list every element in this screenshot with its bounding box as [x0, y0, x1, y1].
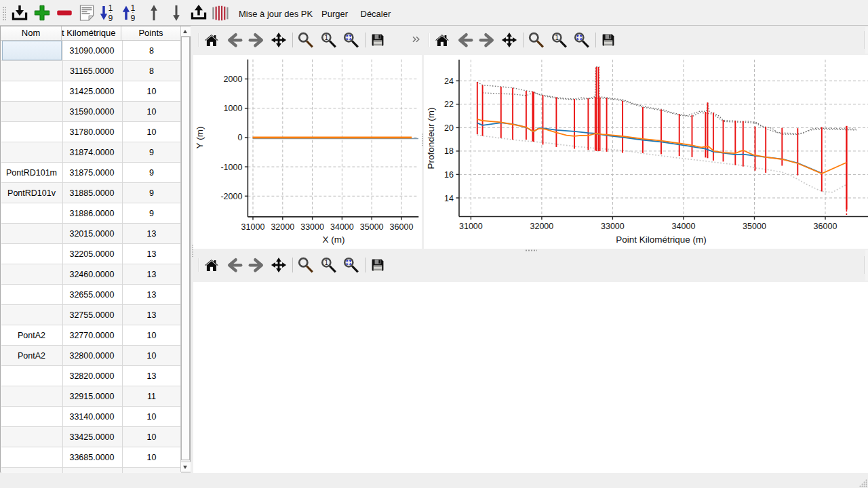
svg-text:32000: 32000	[530, 222, 554, 231]
svg-text:14: 14	[444, 194, 454, 203]
svg-text:Point Kilométrique (m): Point Kilométrique (m)	[616, 235, 707, 245]
svg-text:35000: 35000	[743, 222, 766, 231]
svg-text:33000: 33000	[601, 222, 625, 231]
svg-text:31000: 31000	[241, 222, 265, 232]
svg-text:-1000: -1000	[220, 163, 242, 172]
svg-text:22: 22	[444, 100, 454, 109]
svg-text:Profondeur (m): Profondeur (m)	[426, 108, 436, 169]
svg-text:16: 16	[444, 170, 454, 180]
svg-text:24: 24	[444, 77, 454, 86]
svg-text:-2000: -2000	[220, 192, 242, 201]
svg-text:36000: 36000	[390, 222, 414, 232]
svg-text:20: 20	[444, 123, 454, 133]
svg-text:33000: 33000	[300, 222, 324, 232]
svg-text:34000: 34000	[330, 222, 354, 232]
svg-text:18: 18	[444, 146, 454, 156]
svg-text:31000: 31000	[459, 222, 483, 231]
svg-text:X (m): X (m)	[323, 235, 345, 245]
svg-text:32000: 32000	[271, 222, 294, 232]
svg-text:2000: 2000	[224, 75, 243, 84]
svg-text:0: 0	[237, 133, 242, 142]
svg-text:Y (m): Y (m)	[195, 127, 205, 149]
svg-text:1000: 1000	[224, 104, 243, 113]
svg-text:34000: 34000	[672, 222, 696, 231]
svg-text:36000: 36000	[814, 222, 837, 231]
svg-text:35000: 35000	[360, 222, 384, 232]
